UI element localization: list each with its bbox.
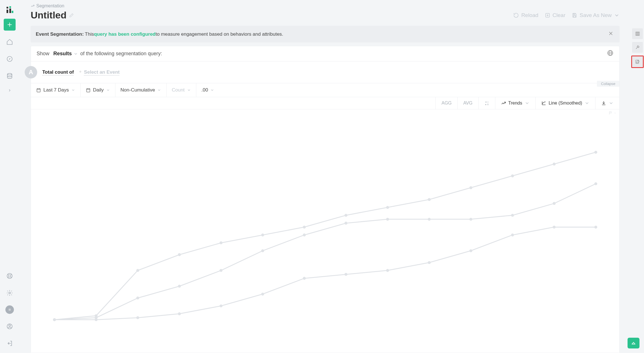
- reload-button[interactable]: Reload: [513, 12, 538, 18]
- line-chart-icon: [541, 101, 546, 106]
- svg-rect-3: [9, 8, 11, 13]
- trends-icon: [501, 101, 506, 106]
- svg-point-77: [53, 318, 56, 321]
- event-definition-row: A Total count of Select an Event: [31, 61, 619, 83]
- svg-rect-93: [638, 32, 639, 35]
- chart-type-picker[interactable]: Line (Smoothed): [535, 97, 595, 109]
- nav-data-icon[interactable]: [5, 71, 14, 80]
- svg-point-66: [178, 285, 181, 288]
- eyedropper-icon: [635, 45, 640, 50]
- chevron-down-icon: [609, 101, 614, 106]
- svg-point-85: [386, 269, 389, 272]
- svg-line-12: [8, 274, 9, 275]
- clear-button[interactable]: Clear: [545, 12, 565, 18]
- rail-columns-button[interactable]: [632, 28, 643, 39]
- svg-point-87: [470, 249, 472, 252]
- banner-close-button[interactable]: [607, 30, 614, 39]
- svg-point-71: [386, 218, 389, 221]
- chevron-down-icon: [614, 112, 616, 114]
- event-letter-badge: A: [25, 66, 37, 78]
- chart-flag-button[interactable]: [609, 111, 616, 115]
- edit-note-icon: [635, 59, 640, 64]
- info-banner: Event Segmentation: This query has been …: [31, 26, 620, 42]
- calendar-icon: [86, 88, 91, 93]
- nav-profile-icon[interactable]: [5, 322, 14, 331]
- svg-point-84: [344, 273, 347, 276]
- nav-pause-button[interactable]: [5, 305, 14, 314]
- chevron-down-icon: [210, 88, 214, 92]
- nav-home-icon[interactable]: [5, 37, 14, 46]
- reload-icon: [513, 12, 519, 18]
- count-picker[interactable]: Count: [167, 83, 196, 97]
- svg-point-58: [428, 198, 431, 201]
- agg-button[interactable]: AGG: [435, 97, 457, 109]
- svg-point-78: [95, 318, 98, 321]
- trends-picker[interactable]: Trends: [495, 97, 535, 109]
- svg-point-89: [553, 226, 555, 228]
- svg-point-75: [553, 202, 555, 205]
- svg-point-74: [511, 214, 514, 217]
- svg-marker-8: [9, 58, 10, 60]
- total-count-of-label[interactable]: Total count of: [42, 69, 74, 75]
- svg-point-88: [511, 233, 514, 236]
- nav-explore-icon[interactable]: [5, 54, 14, 63]
- chevron-down-icon: [584, 101, 590, 106]
- svg-point-72: [428, 218, 431, 221]
- banner-lead: This: [85, 31, 94, 37]
- date-range-picker[interactable]: Last 7 Days: [31, 83, 81, 97]
- svg-point-73: [470, 218, 472, 221]
- select-event-button[interactable]: Select an Event: [84, 69, 120, 75]
- breadcrumb-label: Segmentation: [36, 3, 64, 8]
- decimal-picker[interactable]: .00: [196, 83, 220, 97]
- interval-picker[interactable]: Daily: [81, 83, 115, 97]
- svg-point-16: [9, 292, 10, 294]
- chart-placeholder: [31, 109, 619, 353]
- show-results-dropdown[interactable]: Results: [53, 51, 72, 57]
- left-navigation: [0, 0, 19, 353]
- svg-point-11: [9, 275, 11, 277]
- banner-link[interactable]: query has been configured: [94, 31, 155, 37]
- edit-title-button[interactable]: [69, 13, 74, 18]
- svg-point-56: [344, 214, 347, 217]
- svg-point-52: [178, 253, 181, 256]
- svg-rect-91: [636, 32, 637, 35]
- svg-point-53: [220, 241, 222, 244]
- support-fab[interactable]: [628, 338, 639, 348]
- secondary-controls: AGG AVG Trends Line (Smoothed): [31, 97, 619, 109]
- nav-help-icon[interactable]: [5, 271, 14, 280]
- cumulative-picker[interactable]: Non-Cumulative: [115, 83, 167, 97]
- svg-rect-38: [87, 89, 90, 92]
- svg-point-86: [428, 261, 431, 264]
- chevron-down-icon: [157, 88, 161, 92]
- save-as-new-button[interactable]: Save As New: [572, 12, 620, 18]
- rail-eyedropper-button[interactable]: [632, 42, 643, 53]
- svg-point-9: [7, 73, 12, 75]
- close-icon: [608, 31, 613, 36]
- nav-settings-icon[interactable]: [5, 288, 14, 297]
- chevron-down-icon: [525, 101, 530, 106]
- new-analysis-button[interactable]: [4, 19, 16, 31]
- show-row: Show Results of the following segmentati…: [31, 46, 619, 61]
- svg-point-51: [136, 269, 139, 272]
- download-button[interactable]: [595, 97, 619, 109]
- svg-line-14: [8, 277, 9, 278]
- banner-prefix: Event Segmentation:: [36, 31, 84, 37]
- nav-signout-icon[interactable]: [5, 339, 14, 348]
- collapse-button[interactable]: Collapse: [597, 81, 619, 87]
- formula-button[interactable]: [478, 97, 495, 109]
- svg-rect-2: [7, 10, 8, 13]
- primary-controls: Last 7 Days Daily Non-Cumulative Count: [31, 83, 619, 97]
- globe-button[interactable]: [607, 50, 614, 58]
- save-icon: [572, 12, 577, 18]
- svg-rect-0: [7, 7, 8, 8]
- expand-nav-icon[interactable]: [8, 88, 12, 93]
- rail-edit-button[interactable]: [631, 56, 644, 68]
- flag-icon: [609, 111, 613, 115]
- chart-area: [31, 109, 619, 353]
- svg-point-69: [303, 233, 306, 236]
- avg-button[interactable]: AVG: [457, 97, 478, 109]
- breadcrumb: Segmentation: [31, 3, 620, 8]
- chevron-down-icon: [614, 12, 620, 18]
- plus-icon: [78, 69, 82, 75]
- chevron-down-icon: [71, 88, 75, 92]
